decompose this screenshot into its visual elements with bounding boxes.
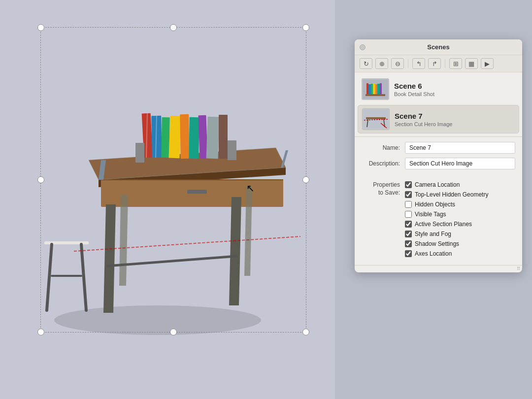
scene-7-name: Scene 7	[395, 112, 515, 120]
svg-rect-33	[366, 83, 368, 94]
play-button[interactable]: ▶	[481, 58, 494, 69]
description-row: Description:	[362, 158, 515, 169]
properties-to-save-row: Propertiesto Save: Camera Location Top-L…	[362, 181, 515, 260]
panel-titlebar: Scenes	[355, 39, 522, 55]
scene-6-thumbnail	[362, 78, 389, 100]
style-checkbox[interactable]	[405, 231, 412, 237]
svg-rect-26	[219, 115, 228, 159]
name-label: Name:	[362, 144, 405, 151]
tags-label[interactable]: Visible Tags	[415, 211, 446, 218]
svg-line-3	[81, 244, 86, 310]
svg-rect-23	[189, 117, 199, 159]
svg-rect-39	[380, 83, 382, 94]
list-toggle-button[interactable]: ▦	[465, 58, 478, 69]
list-icon: ▦	[468, 60, 474, 67]
toplevel-label[interactable]: Top-Level Hidden Geometry	[415, 191, 488, 198]
toolbar-separator-1	[408, 59, 408, 68]
scene-item-7[interactable]: Scene 7 Section Cut Hero Image	[358, 105, 519, 133]
style-label[interactable]: Style and Fog	[415, 231, 451, 237]
checkbox-top-level-hidden: Top-Level Hidden Geometry	[405, 191, 515, 198]
scene-6-info: Scene 6 Book Detail Shot	[394, 82, 515, 97]
svg-rect-38	[377, 84, 380, 94]
3d-viewport[interactable]: ↖	[0, 0, 335, 399]
panel-toolbar: ↻ ⊕ ⊖ ↰ ↱ ⊞ ▦ ▶	[355, 55, 522, 72]
svg-line-17	[107, 256, 236, 266]
move-up-icon: ↰	[416, 60, 422, 67]
svg-rect-35	[371, 84, 373, 94]
sections-checkbox[interactable]	[405, 221, 412, 228]
svg-rect-34	[368, 84, 371, 94]
remove-icon: ⊖	[395, 60, 400, 67]
svg-marker-15	[119, 195, 128, 286]
svg-rect-36	[373, 83, 375, 94]
name-row: Name:	[362, 142, 515, 154]
remove-scene-button[interactable]: ⊖	[391, 58, 404, 69]
svg-rect-40	[366, 94, 385, 96]
svg-rect-42	[366, 117, 386, 119]
axes-checkbox[interactable]	[405, 250, 412, 257]
svg-rect-24	[198, 115, 207, 159]
panel-title: Scenes	[427, 43, 450, 51]
toolbar-separator-2	[445, 59, 445, 68]
scene-6-name: Scene 6	[394, 82, 515, 90]
refresh-icon: ↻	[364, 60, 369, 67]
svg-rect-29	[135, 143, 144, 163]
sections-label[interactable]: Active Section Planes	[415, 221, 472, 228]
move-down-icon: ↱	[432, 60, 437, 67]
panel-close-button[interactable]	[360, 44, 366, 50]
properties-area: Name: Description:	[355, 136, 522, 179]
scene-item-6[interactable]: Scene 6 Book Detail Shot	[358, 75, 519, 103]
checkbox-list: Camera Location Top-Level Hidden Geometr…	[405, 181, 515, 260]
svg-rect-22	[180, 114, 190, 159]
checkbox-camera-location: Camera Location	[405, 181, 515, 188]
add-scene-button[interactable]: ⊕	[375, 58, 388, 69]
svg-rect-8	[187, 190, 207, 194]
svg-rect-20	[161, 117, 169, 158]
checkboxes-section: Propertiesto Save: Camera Location Top-L…	[355, 179, 522, 265]
svg-rect-37	[375, 84, 377, 94]
shadow-label[interactable]: Shadow Settings	[415, 240, 459, 247]
name-input[interactable]	[405, 142, 515, 154]
checkbox-shadow-settings: Shadow Settings	[405, 240, 515, 247]
svg-rect-30	[228, 140, 236, 160]
properties-to-save-label: Propertiesto Save:	[362, 181, 405, 197]
checkbox-style-fog: Style and Fog	[405, 231, 515, 237]
description-input[interactable]	[405, 158, 515, 169]
shadow-checkbox[interactable]	[405, 240, 412, 247]
svg-marker-14	[229, 197, 241, 305]
svg-line-2	[47, 244, 52, 310]
add-icon: ⊕	[379, 60, 385, 67]
hidden-checkbox[interactable]	[405, 201, 412, 208]
svg-rect-21	[169, 116, 181, 159]
checkbox-visible-tags: Visible Tags	[405, 211, 515, 218]
panel-resize-handle[interactable]: ⠿	[355, 265, 522, 272]
hidden-label[interactable]: Hidden Objects	[415, 201, 455, 208]
camera-checkbox[interactable]	[405, 181, 412, 188]
play-icon: ▶	[485, 60, 490, 67]
refresh-button[interactable]: ↻	[360, 58, 372, 69]
scene-7-info: Scene 7 Section Cut Hero Image	[395, 112, 515, 127]
toplevel-checkbox[interactable]	[405, 191, 412, 198]
scene-6-description: Book Detail Shot	[394, 91, 515, 97]
scenes-panel: Scenes ↻ ⊕ ⊖ ↰ ↱ ⊞ ▦ ▶	[355, 39, 522, 272]
view-toggle-button[interactable]: ⊞	[449, 58, 462, 69]
move-down-button[interactable]: ↱	[428, 58, 441, 69]
svg-rect-25	[206, 117, 220, 159]
grid-icon: ⊞	[453, 60, 459, 67]
description-label: Description:	[362, 160, 405, 167]
checkbox-active-sections: Active Section Planes	[405, 221, 515, 228]
checkbox-hidden-objects: Hidden Objects	[405, 201, 515, 208]
move-up-button[interactable]: ↰	[412, 58, 425, 69]
scene-7-thumbnail	[362, 108, 390, 130]
scene-7-description: Section Cut Hero Image	[395, 121, 515, 127]
tags-checkbox[interactable]	[405, 211, 412, 218]
checkbox-axes-location: Axes Location	[405, 250, 515, 257]
camera-label[interactable]: Camera Location	[415, 181, 460, 188]
axes-label[interactable]: Axes Location	[415, 250, 452, 257]
scene-list: Scene 6 Book Detail Shot	[355, 72, 522, 136]
svg-marker-13	[103, 204, 116, 313]
